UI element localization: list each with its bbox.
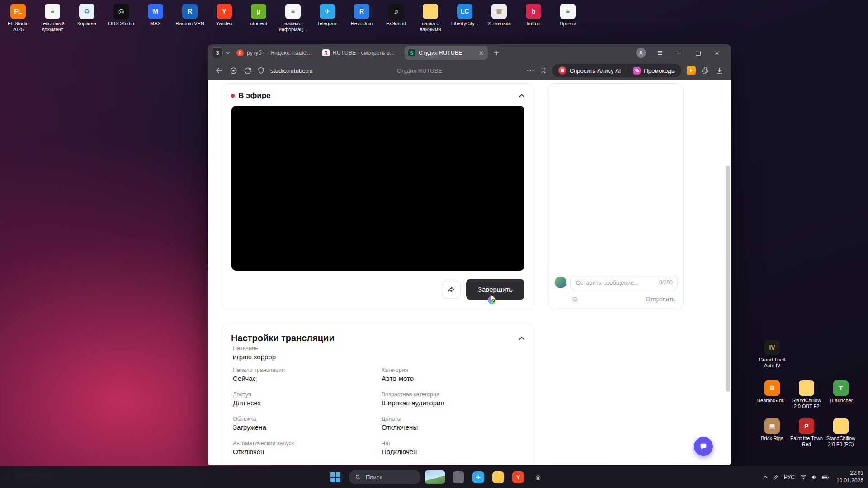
collapse-settings-icon[interactable] xyxy=(519,337,525,340)
page-scrollbar[interactable] xyxy=(726,80,730,465)
bookmark-icon[interactable] xyxy=(540,66,547,75)
language-indicator[interactable]: РУС xyxy=(783,474,796,480)
app-icon-glyph: ◎ xyxy=(535,474,540,481)
desktop-icon-glyph: IV xyxy=(769,344,775,351)
taskbar-clock[interactable]: 22:03 10.01.2026 xyxy=(836,470,863,484)
chat-message-input-box[interactable]: 0/200 xyxy=(570,275,678,290)
emoji-icon[interactable]: ☺ xyxy=(571,296,579,303)
support-chat-fab[interactable] xyxy=(694,437,713,456)
desktop-icon-label: папка с важными xyxy=(414,21,447,33)
video-helper-icon[interactable] xyxy=(687,66,696,75)
video-player xyxy=(231,106,524,271)
back-icon[interactable] xyxy=(215,66,224,75)
desktop-icon[interactable]: Y Yandex xyxy=(207,1,241,35)
desktop-icon-glyph: B xyxy=(770,385,774,392)
downloads-icon[interactable] xyxy=(715,66,724,75)
finish-stream-button[interactable]: Завершить xyxy=(466,279,524,300)
field-donations: Донаты Отключены xyxy=(382,409,523,431)
profile-avatar[interactable] xyxy=(636,48,646,58)
volume-icon[interactable] xyxy=(811,474,818,480)
app-icon-image: Y xyxy=(512,471,524,483)
scrollbar-thumb[interactable] xyxy=(726,166,730,392)
desktop-icon[interactable]: µ utorrent xyxy=(241,1,276,35)
minimize-button[interactable] xyxy=(674,48,684,58)
field-value: Подключён xyxy=(382,448,523,455)
desktop-icon-label: Установка xyxy=(487,21,511,27)
promocodes-label: Промокоды xyxy=(644,67,675,74)
desktop-icon-label: BeamNG.dr... xyxy=(757,398,788,404)
taskbar-app-icon[interactable] xyxy=(449,468,467,486)
desktop-icon[interactable]: LC LibertyCity... xyxy=(448,1,482,35)
taskbar-app-icon[interactable]: Y xyxy=(509,468,527,486)
maximize-button[interactable] xyxy=(693,48,703,58)
battery-icon[interactable] xyxy=(822,474,830,480)
field-start: Начало трансляции Сейчас xyxy=(233,361,382,382)
taskbar-search-input[interactable] xyxy=(365,474,410,481)
desktop-icon[interactable]: ✈ Telegram xyxy=(310,1,344,35)
desktop-icon[interactable]: R RevoUnin xyxy=(344,1,379,35)
address-url[interactable]: studio.rutube.ru xyxy=(270,67,313,74)
tab-close-icon[interactable] xyxy=(478,50,484,56)
desktop-icon[interactable]: B BeamNG.dr... xyxy=(755,378,789,412)
taskbar-app-icon[interactable] xyxy=(489,468,507,486)
tab-rutube[interactable]: R RUTUBE - смотреть видео xyxy=(319,46,402,60)
desktop-icon-image: ♫ xyxy=(388,4,404,19)
desktop-icon[interactable]: ▦ Установка xyxy=(482,1,516,35)
page-content: В эфире Завершить xyxy=(208,80,731,465)
desktop-icon[interactable]: ◎ OBS Studio xyxy=(104,1,138,35)
send-message-button[interactable]: Отправить xyxy=(646,296,675,303)
reload-icon[interactable] xyxy=(243,66,252,75)
desktop-icon-image: ▦ xyxy=(764,418,780,434)
taskbar-app-icon[interactable]: ✈ xyxy=(469,468,487,486)
desktop-icon[interactable]: ▦ Brick Rigs xyxy=(755,416,789,450)
desktop-icon-glyph: FL xyxy=(14,8,22,15)
desktop-icon[interactable]: R Radmin VPN xyxy=(173,1,207,35)
desktop-icon[interactable]: ♫ FxSound xyxy=(379,1,413,35)
desktop-icon[interactable]: M MAX xyxy=(138,1,173,35)
desktop-icon-glyph: ◎ xyxy=(118,8,124,15)
desktop-icon[interactable]: FL FL Studio 2025 xyxy=(1,1,35,35)
wifi-icon[interactable] xyxy=(800,474,807,480)
share-stream-button[interactable] xyxy=(442,281,461,299)
chat-message-input[interactable] xyxy=(575,279,656,286)
more-options-icon[interactable] xyxy=(526,69,534,72)
ask-alice-button[interactable]: Спросить Алису AI xyxy=(552,64,627,77)
extensions-puzzle-icon[interactable] xyxy=(701,66,710,75)
desktop-icon[interactable]: ♻ Корзина xyxy=(70,1,104,35)
field-cover: Обложка Загружена xyxy=(233,409,382,431)
desktop-icon[interactable]: StandChillow 2.0 OBT F2 xyxy=(789,378,824,412)
pen-icon[interactable] xyxy=(773,474,779,480)
taskbar-app-icon[interactable]: ◎ xyxy=(529,468,547,486)
start-button[interactable] xyxy=(326,468,344,486)
taskbar-search[interactable] xyxy=(349,470,420,484)
promocodes-button[interactable]: % Промокоды xyxy=(627,64,681,77)
sidebar-icon[interactable] xyxy=(229,66,238,75)
desktop-icon[interactable]: ≡ важная информац... xyxy=(276,1,310,35)
desktop-icon[interactable]: IV Grand Theft Auto IV xyxy=(755,337,789,371)
desktop-icon[interactable]: ≡ Текстовый документ xyxy=(35,1,70,35)
collapse-live-icon[interactable] xyxy=(519,94,525,98)
new-tab-button[interactable] xyxy=(491,47,502,59)
tab-counter[interactable]: 3 xyxy=(212,47,223,58)
tab-rutube-studio[interactable]: S Студия RUTUBE xyxy=(405,46,488,60)
desktop-icon[interactable]: StandChillow 2.0 F3 (PC) xyxy=(824,416,858,450)
desktop-icon[interactable]: P Paint the Town Red xyxy=(789,416,824,450)
tray-chevron-up-icon[interactable] xyxy=(762,474,769,480)
taskbar: ✈ Y xyxy=(0,466,868,488)
weather-widget[interactable] xyxy=(425,470,445,484)
menu-icon[interactable] xyxy=(655,48,665,58)
desktop-icon[interactable]: T TLauncher xyxy=(824,378,858,412)
protect-shield-icon[interactable] xyxy=(257,66,265,75)
desktop-icon-image xyxy=(423,4,438,19)
desktop-icon-image: ≡ xyxy=(45,4,60,19)
desktop-icon[interactable]: ≡ Прочти xyxy=(551,1,585,35)
desktop-icon[interactable]: папка с важными xyxy=(413,1,448,35)
desktop-icon[interactable]: b button xyxy=(516,1,551,35)
field-access: Доступ Для всех xyxy=(233,385,382,407)
desktop-icon-label: Прочти xyxy=(560,21,576,27)
tab-yandex-search[interactable]: Я рутуб — Яндекс: нашёлся xyxy=(233,46,316,60)
close-button[interactable] xyxy=(712,48,722,58)
field-chat: Чат Подключён xyxy=(382,434,523,455)
field-age: Возрастная категория Широкая аудитория xyxy=(382,385,523,407)
tabs-dropdown-icon[interactable] xyxy=(226,52,230,54)
